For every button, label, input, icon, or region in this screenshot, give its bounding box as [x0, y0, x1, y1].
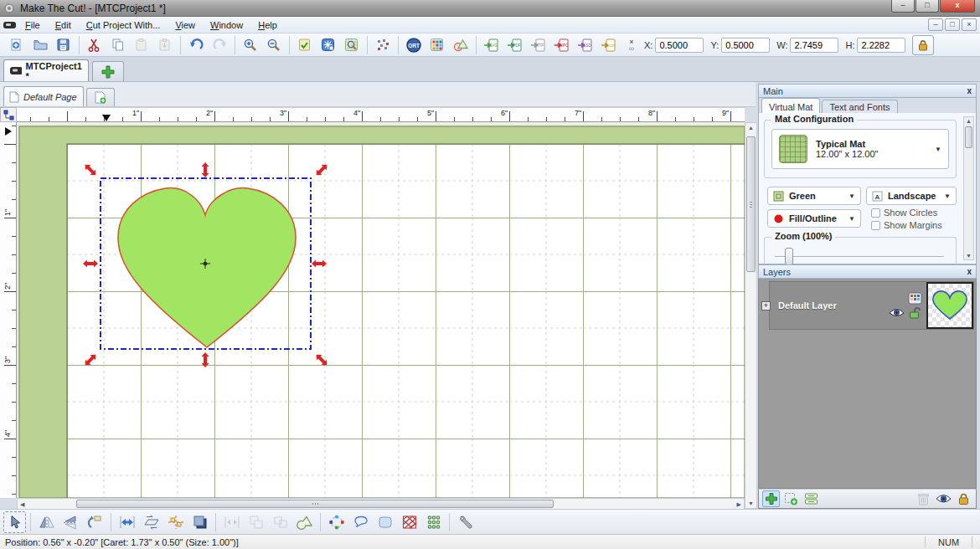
- child-minimize-button[interactable]: –: [928, 18, 943, 31]
- gallery-button[interactable]: ORT: [403, 35, 425, 55]
- import-pdf-button[interactable]: PDF: [504, 35, 526, 55]
- layer-visibility-eye-icon[interactable]: [889, 307, 905, 318]
- child-close-button[interactable]: ×: [962, 18, 977, 31]
- merge-layers-button[interactable]: [802, 490, 820, 507]
- tab-page[interactable]: Default Page: [3, 86, 84, 106]
- layer-row-default[interactable]: + Default Layer: [769, 281, 974, 330]
- zoom-slider-track[interactable]: [775, 256, 944, 258]
- close-button[interactable]: x: [940, 0, 975, 13]
- weld-tool-button[interactable]: [293, 511, 316, 533]
- tab-text-and-fonts[interactable]: Text and Fonts: [822, 100, 897, 113]
- add-page-tab[interactable]: [86, 88, 115, 106]
- align-center-button[interactable]: [164, 511, 187, 533]
- undo-button[interactable]: [185, 35, 207, 55]
- layer-lock-icon[interactable]: [908, 306, 921, 320]
- panel-scroll-up[interactable]: ▲: [964, 118, 973, 124]
- minimize-button[interactable]: –: [891, 0, 915, 13]
- delete-layer-button[interactable]: [915, 490, 932, 507]
- menu-window[interactable]: Window: [204, 18, 250, 32]
- import-svg-button[interactable]: SVG: [481, 35, 503, 55]
- lasso-tool-button[interactable]: [349, 511, 372, 533]
- mirror-horizontal-button[interactable]: [35, 511, 58, 533]
- menu-view[interactable]: View: [168, 18, 202, 32]
- toggle-visibility-button[interactable]: [935, 490, 952, 507]
- layer-thumbnail[interactable]: [926, 282, 973, 329]
- main-panel-header[interactable]: Main x: [758, 84, 977, 98]
- vscroll-thumb[interactable]: [746, 136, 756, 272]
- canvas-vscrollbar[interactable]: ▲ ▼: [745, 122, 757, 509]
- paste-in-place-button[interactable]: [154, 35, 176, 55]
- advanced-tools-button[interactable]: [454, 511, 477, 533]
- import-ttf-button[interactable]: TTF: [528, 35, 549, 55]
- restore-button[interactable]: □: [916, 0, 939, 13]
- layers-panel-header[interactable]: Layers x: [758, 264, 977, 279]
- toggle-lock-button[interactable]: [955, 490, 972, 507]
- group-button[interactable]: [245, 511, 267, 533]
- mat-color-combo[interactable]: Green ▼: [767, 187, 861, 205]
- add-layer-button[interactable]: [762, 490, 780, 507]
- main-panel-close-icon[interactable]: x: [967, 86, 972, 95]
- show-circles-checkbox[interactable]: Show Circles: [871, 208, 937, 218]
- child-restore-button[interactable]: □: [945, 18, 960, 31]
- scroll-up-arrow[interactable]: ▲: [745, 125, 756, 131]
- scroll-down-arrow[interactable]: ▼: [745, 500, 756, 506]
- menu-file[interactable]: File: [18, 18, 47, 32]
- panel-scroll-thumb[interactable]: [965, 126, 972, 148]
- save-project-button[interactable]: [53, 35, 75, 55]
- copy-button[interactable]: [107, 35, 129, 55]
- zoom-slider-thumb[interactable]: [785, 248, 793, 265]
- node-edit-button[interactable]: [325, 511, 348, 533]
- sync-xy-toggle[interactable]: × ∞: [626, 38, 637, 52]
- canvas-hscrollbar[interactable]: ◀ ▶: [17, 498, 745, 510]
- open-project-button[interactable]: [29, 35, 51, 55]
- zoom-in-button[interactable]: [240, 35, 261, 55]
- zoom-out-button[interactable]: [263, 35, 285, 55]
- shape-library-button[interactable]: [426, 35, 448, 55]
- w-input[interactable]: [790, 38, 838, 53]
- import-scut-button[interactable]: SCUT: [598, 35, 620, 55]
- layer-expand-button[interactable]: +: [761, 301, 771, 310]
- stretch-horizontal-button[interactable]: [116, 511, 138, 533]
- select-tool-button[interactable]: [3, 511, 26, 533]
- fill-outline-combo[interactable]: Fill/Outline ▼: [767, 209, 861, 228]
- eyelet-tool-button[interactable]: [422, 511, 445, 533]
- panel-scroll-down[interactable]: ▼: [964, 253, 973, 259]
- ungroup-button[interactable]: [269, 511, 291, 533]
- hscroll-thumb[interactable]: [76, 500, 554, 508]
- add-project-tab[interactable]: [92, 61, 124, 81]
- freeze-button[interactable]: [317, 35, 339, 55]
- scroll-right-arrow[interactable]: ▶: [737, 501, 741, 508]
- h-input[interactable]: [857, 38, 905, 53]
- orientation-combo[interactable]: A Landscape ▼: [866, 187, 957, 205]
- shadow-layer-button[interactable]: [188, 511, 211, 533]
- cut-review-button[interactable]: [294, 35, 316, 55]
- paste-button[interactable]: [131, 35, 152, 55]
- tab-project[interactable]: MTCProject1 *: [3, 59, 89, 81]
- new-project-button[interactable]: [6, 35, 28, 55]
- x-input[interactable]: [655, 38, 704, 53]
- rounded-rect-tool-button[interactable]: [374, 511, 396, 533]
- import-gsd-button[interactable]: GSD: [575, 35, 596, 55]
- skew-tool-button[interactable]: [140, 511, 162, 533]
- show-margins-checkbox[interactable]: Show Margins: [871, 220, 942, 230]
- shrink-tool-button[interactable]: [220, 511, 243, 533]
- preview-mat-button[interactable]: [341, 35, 363, 55]
- menu-cut-project-with[interactable]: Cut Project With...: [80, 18, 168, 32]
- cut-button[interactable]: [84, 35, 106, 55]
- lattice-tool-button[interactable]: [398, 511, 420, 533]
- import-wpc-button[interactable]: WPC: [551, 35, 573, 55]
- aspect-lock-button[interactable]: [912, 35, 934, 55]
- menu-help[interactable]: Help: [251, 18, 284, 32]
- mat-select-combo[interactable]: Typical Mat 12.00" x 12.00" ▼: [771, 129, 949, 169]
- add-layer-from-selection-button[interactable]: [782, 490, 800, 507]
- layer-colorgrid-icon[interactable]: [908, 292, 922, 305]
- pixel-trace-button[interactable]: [372, 35, 394, 55]
- tab-virtual-mat[interactable]: Virtual Mat: [761, 98, 820, 113]
- basic-shapes-button[interactable]: [450, 35, 472, 55]
- mirror-vertical-button[interactable]: [59, 511, 82, 533]
- y-input[interactable]: [721, 38, 770, 53]
- rotate-tool-button[interactable]: [84, 511, 106, 533]
- layers-panel-close-icon[interactable]: x: [967, 267, 972, 276]
- scroll-left-arrow[interactable]: ◀: [20, 501, 24, 508]
- design-canvas[interactable]: [17, 122, 745, 498]
